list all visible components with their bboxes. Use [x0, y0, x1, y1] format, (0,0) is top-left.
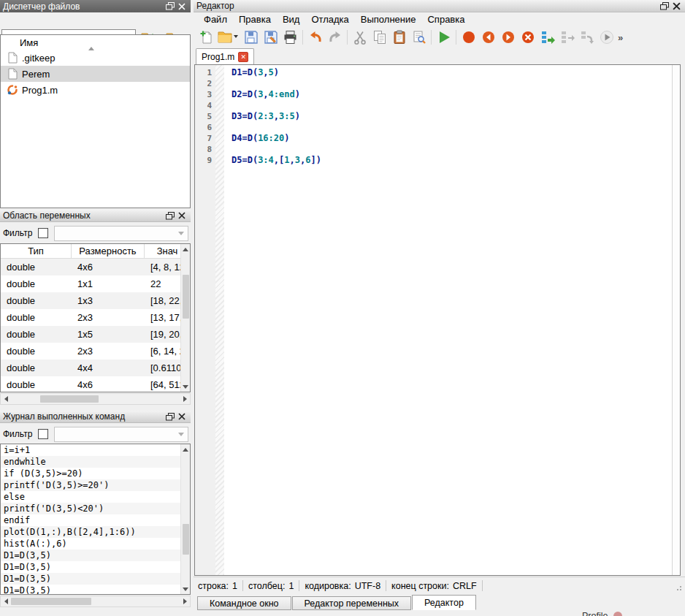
- paste-button[interactable]: [389, 28, 409, 47]
- code-line[interactable]: [231, 144, 672, 155]
- menu-debug[interactable]: Отладка: [305, 12, 354, 26]
- tab-variable-editor[interactable]: Редактор переменных: [292, 596, 412, 610]
- file-row-perem[interactable]: Perem: [1, 66, 190, 82]
- scroll-left-icon[interactable]: [1, 396, 11, 402]
- code-line[interactable]: D4=D(16:20): [231, 133, 672, 144]
- history-item[interactable]: if (D(3,5)>=20): [1, 468, 190, 479]
- next-breakpoint-button[interactable]: [498, 28, 518, 47]
- code-area[interactable]: D1=D(3,5)D2=D(3,4:end)D3=D(2:3,3:5)D4=D(…: [224, 65, 672, 575]
- breakpoint-margin[interactable]: [215, 65, 224, 575]
- column-header-type[interactable]: Тип: [1, 244, 72, 258]
- step-button[interactable]: [537, 28, 557, 47]
- step-out-button[interactable]: [577, 28, 597, 47]
- code-line[interactable]: [231, 122, 672, 133]
- undo-button[interactable]: [305, 28, 325, 47]
- table-row[interactable]: double4x4[0.6110,: [1, 360, 190, 376]
- scroll-up-icon[interactable]: [181, 244, 190, 254]
- filter-checkbox[interactable]: [38, 429, 48, 439]
- scroll-down-icon[interactable]: [181, 584, 190, 594]
- editor-vertical-scrollbar[interactable]: [672, 65, 680, 575]
- history-item[interactable]: i=i+1: [1, 444, 190, 456]
- close-icon[interactable]: [176, 211, 188, 221]
- code-line[interactable]: D5=D(3:4,[1,3,6]): [231, 155, 672, 166]
- history-item[interactable]: D1=D(3,5): [1, 550, 190, 561]
- scrollbar-thumb[interactable]: [11, 598, 91, 605]
- history-item[interactable]: D1=D(3,5): [1, 573, 190, 585]
- menu-help[interactable]: Справка: [421, 12, 470, 26]
- toggle-breakpoint-button[interactable]: [459, 28, 478, 47]
- history-item[interactable]: printf('D(3,5)<20'): [1, 503, 190, 514]
- toolbar-overflow-icon[interactable]: »: [618, 32, 623, 43]
- float-icon[interactable]: [164, 412, 176, 422]
- float-icon[interactable]: [164, 1, 176, 11]
- scroll-right-icon[interactable]: [180, 396, 190, 402]
- table-row[interactable]: double4x6[64, 512,: [1, 376, 190, 392]
- file-row-gitkeep[interactable]: .gitkeep: [1, 50, 190, 66]
- previous-breakpoint-button[interactable]: [478, 28, 498, 47]
- close-icon[interactable]: [670, 1, 682, 11]
- column-header-dimension[interactable]: Размерность: [72, 244, 145, 258]
- filter-combo[interactable]: [54, 427, 188, 442]
- scroll-up-icon[interactable]: [181, 444, 190, 455]
- step-in-button[interactable]: [557, 28, 577, 47]
- history-item[interactable]: endif: [1, 514, 190, 526]
- scrollbar-thumb[interactable]: [40, 395, 99, 403]
- table-row[interactable]: double2x3[13, 17, 2: [1, 309, 190, 326]
- resize-grip[interactable]: [674, 583, 681, 590]
- menu-edit[interactable]: Правка: [233, 12, 277, 26]
- chevron-down-icon[interactable]: [234, 35, 240, 40]
- workspace-horizontal-scrollbar[interactable]: [0, 393, 191, 405]
- menu-view[interactable]: Вид: [277, 12, 306, 26]
- history-item[interactable]: hist(A(:),6): [1, 538, 190, 550]
- history-item[interactable]: D1=D(3,5): [1, 585, 190, 595]
- run-button[interactable]: [434, 28, 454, 47]
- history-item[interactable]: else: [1, 491, 190, 503]
- save-as-button[interactable]: [261, 28, 280, 47]
- scrollbar-thumb[interactable]: [183, 524, 189, 555]
- scroll-down-icon[interactable]: [181, 381, 190, 392]
- remove-breakpoints-button[interactable]: [518, 28, 537, 47]
- file-row-prog1[interactable]: Prog1.m: [1, 82, 190, 98]
- table-row[interactable]: double4x6[4, 8, 12,: [1, 259, 190, 275]
- table-row[interactable]: double1x5[19, 20, 2: [1, 326, 190, 343]
- history-item[interactable]: D1=D(3,5): [1, 561, 190, 573]
- float-icon[interactable]: [659, 1, 670, 11]
- save-button[interactable]: [241, 28, 261, 47]
- history-item[interactable]: plot(D(1,:),B([2,4],1:6)): [1, 526, 190, 538]
- workspace-vertical-scrollbar[interactable]: [180, 244, 190, 392]
- tab-close-icon[interactable]: ✕: [238, 52, 248, 62]
- code-line[interactable]: D2=D(3,4:end): [231, 89, 672, 100]
- new-file-button[interactable]: [196, 28, 216, 47]
- history-vertical-scrollbar[interactable]: [180, 444, 190, 594]
- menu-run[interactable]: Выполнение: [355, 12, 422, 26]
- menu-file[interactable]: Файл: [198, 12, 233, 26]
- code-line[interactable]: [231, 78, 672, 89]
- close-icon[interactable]: [176, 1, 188, 11]
- tab-prog1[interactable]: Prog1.m ✕: [196, 48, 254, 64]
- code-line[interactable]: D1=D(3,5): [231, 67, 672, 78]
- open-file-button[interactable]: [216, 28, 241, 47]
- filter-checkbox[interactable]: [38, 228, 48, 238]
- scroll-right-icon[interactable]: [180, 598, 190, 604]
- code-editor[interactable]: 123456789 D1=D(3,5)D2=D(3,4:end)D3=D(2:3…: [194, 64, 681, 576]
- history-item[interactable]: printf('D(3,5)>=20'): [1, 479, 190, 491]
- copy-button[interactable]: [370, 28, 389, 47]
- table-row[interactable]: double2x3[6, 14, 26: [1, 343, 190, 360]
- table-row[interactable]: double1x122: [1, 275, 190, 292]
- cut-button[interactable]: [350, 28, 370, 47]
- continue-button[interactable]: [597, 28, 616, 47]
- float-icon[interactable]: [164, 211, 176, 221]
- tab-command-window[interactable]: Командное окно: [197, 596, 291, 610]
- table-row[interactable]: double1x3[18, 22, 2: [1, 292, 190, 309]
- redo-button[interactable]: [325, 28, 345, 47]
- tab-editor[interactable]: Редактор: [412, 595, 476, 610]
- history-item[interactable]: endwhile: [1, 456, 190, 468]
- history-horizontal-scrollbar[interactable]: [0, 596, 191, 607]
- close-icon[interactable]: [176, 412, 188, 422]
- find-button[interactable]: [409, 28, 429, 47]
- scroll-left-icon[interactable]: [1, 598, 11, 604]
- print-button[interactable]: [280, 28, 300, 47]
- file-list-header[interactable]: Имя: [1, 35, 190, 50]
- code-line[interactable]: [231, 100, 672, 111]
- code-line[interactable]: D3=D(2:3,3:5): [231, 111, 672, 122]
